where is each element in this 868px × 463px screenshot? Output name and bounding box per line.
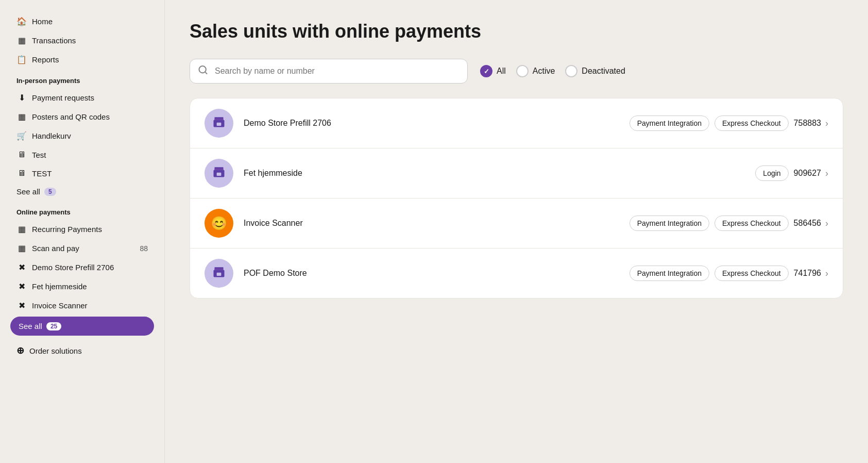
sidebar-label-handlekurv: Handlekurv (32, 131, 71, 140)
scan-pay-icon: ▦ (16, 243, 27, 253)
transactions-icon: ▦ (16, 36, 27, 45)
item-number: 741796 (794, 269, 821, 278)
sidebar-item-handlekurv[interactable]: 🛒 Handlekurv (10, 127, 154, 145)
item-avatar: 😊 (205, 209, 233, 238)
test2-icon: 🖥 (16, 169, 27, 178)
sidebar-item-recurring[interactable]: ▦ Recurring Payments (10, 220, 154, 238)
chevron-right-icon: › (825, 218, 828, 229)
item-name: Fet hjemmeside (244, 169, 755, 178)
sidebar-item-home[interactable]: 🏠 Home (10, 12, 154, 30)
sidebar-label-test: Test (32, 151, 46, 159)
svg-rect-9 (217, 273, 222, 276)
test-icon: 🖥 (16, 150, 27, 159)
list-item[interactable]: Demo Store Prefill 2706 Payment Integrat… (190, 98, 843, 148)
items-list: Demo Store Prefill 2706 Payment Integrat… (190, 98, 843, 299)
item-tags: Payment IntegrationExpress Checkout (629, 115, 789, 131)
list-item[interactable]: 😊 Invoice Scanner Payment IntegrationExp… (190, 199, 843, 249)
sidebar-label-home: Home (32, 17, 53, 26)
demo-store-icon: ✖ (16, 262, 27, 272)
chevron-right-icon: › (825, 118, 828, 129)
plus-icon: ⊕ (16, 345, 24, 356)
sidebar-item-payment-requests[interactable]: ⬇ Payment requests (10, 89, 154, 107)
svg-rect-4 (214, 118, 224, 120)
sidebar-item-fet-hjemmeside[interactable]: ✖ Fet hjemmeside (10, 277, 154, 295)
item-tags: Payment IntegrationExpress Checkout (629, 266, 789, 281)
radio-deactivated (565, 65, 577, 77)
sidebar: 🏠 Home▦ Transactions📋 Reports In-person … (0, 0, 165, 463)
sidebar-item-scan-pay[interactable]: ▦ Scan and pay88 (10, 239, 154, 257)
chevron-right-icon: › (825, 268, 828, 279)
handlekurv-icon: 🛒 (16, 131, 27, 141)
see-all-online-label: See all (19, 322, 42, 330)
filter-label-all: All (497, 67, 506, 76)
page-title: Sales units with online payments (190, 21, 843, 42)
sidebar-label-reports: Reports (32, 55, 59, 64)
sidebar-label-payment-requests: Payment requests (32, 93, 94, 102)
item-number: 586456 (794, 219, 821, 228)
item-name: Demo Store Prefill 2706 (244, 119, 629, 128)
item-tag: Express Checkout (714, 115, 789, 131)
main-content: Sales units with online payments All Act… (165, 0, 868, 463)
recurring-icon: ▦ (16, 224, 27, 234)
item-name: Invoice Scanner (244, 219, 629, 228)
chevron-right-icon: › (825, 168, 828, 179)
search-input[interactable] (190, 59, 468, 84)
search-icon (198, 65, 208, 78)
see-all-online-badge: 25 (46, 322, 61, 330)
home-icon: 🏠 (16, 16, 27, 26)
sidebar-label-transactions: Transactions (32, 36, 76, 45)
svg-line-1 (205, 72, 207, 74)
sidebar-item-invoice-scanner[interactable]: ✖ Invoice Scanner (10, 296, 154, 315)
sidebar-item-transactions[interactable]: ▦ Transactions (10, 31, 154, 49)
sidebar-label-invoice-scanner: Invoice Scanner (32, 301, 88, 310)
item-number: 909627 (794, 169, 821, 178)
sidebar-label-fet-hjemmeside: Fet hjemmeside (32, 282, 87, 291)
sidebar-label-recurring: Recurring Payments (32, 225, 102, 234)
store-icon (212, 164, 226, 182)
filter-option-active[interactable]: Active (516, 65, 555, 77)
sidebar-label-scan-pay: Scan and pay (32, 244, 79, 253)
posters-qr-icon: ▦ (16, 112, 27, 122)
sidebar-item-test[interactable]: 🖥 Test (10, 146, 154, 163)
invoice-scanner-icon: ✖ (16, 301, 27, 310)
list-item[interactable]: POF Demo Store Payment IntegrationExpres… (190, 249, 843, 298)
payment-requests-icon: ⬇ (16, 93, 27, 103)
see-all-online[interactable]: See all 25 (10, 317, 154, 336)
see-all-in-person-label: See all (16, 187, 40, 196)
svg-rect-6 (217, 173, 222, 176)
online-section-label: Online payments (16, 208, 148, 216)
order-solutions[interactable]: ⊕ Order solutions (10, 340, 154, 361)
item-avatar (205, 159, 233, 188)
search-container (190, 59, 468, 84)
item-tag: Express Checkout (714, 216, 789, 231)
sidebar-item-reports[interactable]: 📋 Reports (10, 51, 154, 69)
filter-options: All Active Deactivated (480, 65, 625, 77)
item-tag: Express Checkout (714, 266, 789, 281)
filter-label-deactivated: Deactivated (582, 67, 625, 76)
filter-bar: All Active Deactivated (190, 59, 843, 84)
item-avatar (205, 109, 233, 138)
reports-icon: 📋 (16, 55, 27, 64)
radio-active (516, 65, 529, 77)
svg-rect-10 (214, 268, 224, 270)
item-number: 758883 (794, 119, 821, 128)
sidebar-item-demo-store[interactable]: ✖ Demo Store Prefill 2706 (10, 258, 154, 276)
svg-rect-7 (214, 168, 224, 170)
filter-option-deactivated[interactable]: Deactivated (565, 65, 625, 77)
filter-option-all[interactable]: All (480, 65, 506, 77)
sidebar-item-posters-qr[interactable]: ▦ Posters and QR codes (10, 108, 154, 126)
store-icon (212, 114, 226, 132)
sidebar-label-demo-store: Demo Store Prefill 2706 (32, 263, 114, 272)
item-tag: Login (755, 166, 788, 181)
in-person-section-label: In-person payments (16, 77, 148, 85)
smiley-icon: 😊 (211, 216, 227, 231)
sidebar-label-test2: TEST (32, 169, 52, 178)
svg-rect-3 (217, 123, 222, 126)
sidebar-item-test2[interactable]: 🖥 TEST (10, 164, 154, 182)
item-tags: Payment IntegrationExpress Checkout (629, 216, 789, 231)
order-solutions-label: Order solutions (29, 346, 82, 355)
fet-hjemmeside-icon: ✖ (16, 282, 27, 291)
see-all-in-person[interactable]: See all 5 (10, 183, 154, 200)
list-item[interactable]: Fet hjemmeside Login 909627 › (190, 148, 843, 199)
store-icon (212, 264, 226, 282)
